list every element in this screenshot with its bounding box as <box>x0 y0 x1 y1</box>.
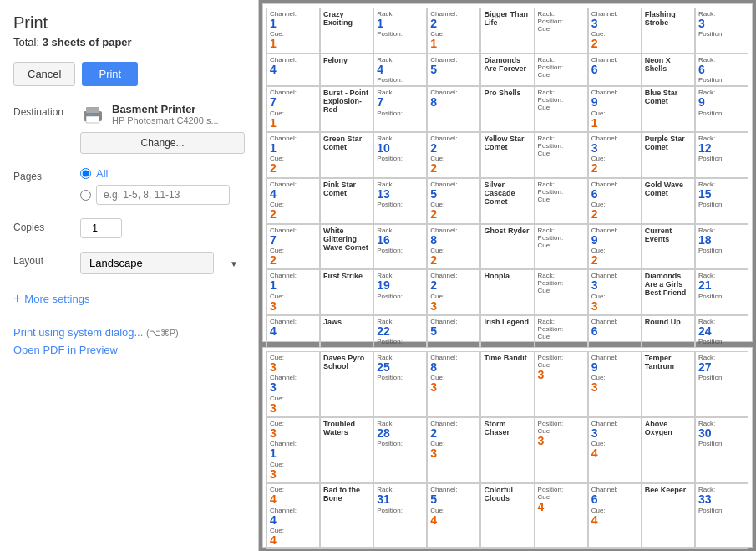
rack-cell: Rack:18Position: <box>695 224 748 270</box>
rack-cell: Rack:Position:Cue: <box>535 86 588 132</box>
name-cell: Diamonds Are a Girls Best Friend <box>642 269 695 315</box>
print-button[interactable]: Print <box>82 62 138 86</box>
rack-cell: Rack:31Position: <box>373 483 427 549</box>
name-cell: Hoopla <box>480 269 534 315</box>
page-sheet-1: Channel:1Cue:1Crazy ExcitingRack:1Positi… <box>262 3 753 342</box>
svg-rect-3 <box>89 114 91 115</box>
pages-custom-input[interactable] <box>96 185 230 205</box>
name-cell: Ghost Ryder <box>480 224 534 270</box>
ch-cue-cell: Channel:9Cue:1 <box>588 86 642 132</box>
layout-label: Layout <box>13 252 80 267</box>
destination-row: Destination Basment Printer HP Photosmar… <box>13 103 245 154</box>
name-cell: Purple Star Comet <box>642 132 695 178</box>
name-cell: Time Bandit <box>480 351 534 417</box>
name-cell: Above Oxygen <box>642 417 695 483</box>
name-cell: White Glittering Wave Comet <box>320 224 373 270</box>
layout-select[interactable]: Landscape Portrait <box>80 252 214 274</box>
copies-label: Copies <box>13 218 80 233</box>
ch-cue-cell: Channel:5 <box>427 315 480 348</box>
rack-cell: Rack:25Position: <box>373 351 427 417</box>
name-cell: Daves Pyro School <box>320 351 373 417</box>
total-value: 3 sheets of paper <box>43 36 132 48</box>
name-cell: Irish Legend <box>480 315 534 348</box>
name-cell: Colorful Clouds <box>480 483 534 549</box>
ch-cue-cell: Channel:8 <box>427 86 480 132</box>
rack-cell: Rack:19Position: <box>373 269 427 315</box>
rack-cell: Rack:1Position: <box>373 8 427 54</box>
rack-cell: Rack:30Position: <box>695 417 748 483</box>
svg-rect-2 <box>86 116 99 123</box>
rack-cell: Rack:27Position: <box>695 351 748 417</box>
ch-cue-cell: Channel:5Cue:4 <box>427 483 480 549</box>
name-cell: Storm Chaser <box>480 417 534 483</box>
rack-cell: Rack:24Position: <box>695 315 748 348</box>
ch-cue-cell: Channel:9Cue:2 <box>588 224 642 270</box>
pages-all-radio[interactable] <box>80 168 91 179</box>
system-dialog-link[interactable]: Print using system dialog... (⌥⌘P) <box>13 326 245 339</box>
ch-cue-cell: Channel:2Cue:1 <box>427 8 480 54</box>
rack-cell: Position:Cue:4 <box>535 483 588 549</box>
rack-cell: Rack:4Position: <box>373 54 427 86</box>
ch-cue-cell: Channel:6Cue:4 <box>588 483 642 549</box>
layout-select-wrap: Landscape Portrait ▼ <box>80 252 245 274</box>
copies-row: Copies <box>13 218 245 238</box>
rack-cell: Rack:Position:Cue: <box>535 178 588 224</box>
printer-name: Basment Printer <box>112 103 219 115</box>
name-cell: Flashing Strobe <box>642 8 695 54</box>
rack-cell: Rack:3Position: <box>695 8 748 54</box>
ch-cue-cell: Channel:3Cue:2 <box>588 132 642 178</box>
ch-cue-cell: Channel:1Cue:2 <box>266 132 320 178</box>
rack-cell: Rack:28Position: <box>373 417 427 483</box>
name-cell: Bigger Than Life <box>480 8 534 54</box>
pages-all-option[interactable]: All <box>80 167 245 180</box>
name-cell: Gold Wave Comet <box>642 178 695 224</box>
pages-all-label: All <box>96 167 108 180</box>
rack-cell: Rack:12Position: <box>695 132 748 178</box>
rack-cell: Rack:6Position: <box>695 54 748 86</box>
rack-cell: Rack:9Position: <box>695 86 748 132</box>
rack-cell: Position:Cue:3 <box>535 351 588 417</box>
rack-cell: Rack:10Position: <box>373 132 427 178</box>
name-cell: Troubled Waters <box>320 417 373 483</box>
name-cell: Burst - Point Explosion-Red <box>320 86 373 132</box>
change-button[interactable]: Change... <box>80 132 245 154</box>
name-cell: Bee Keeper <box>642 483 695 549</box>
name-cell: Diamonds Are Forever <box>480 54 534 86</box>
total-label: Total: <box>13 36 39 48</box>
rack-cell: Rack:16Position: <box>373 224 427 270</box>
ch-cue-cell: Channel:8Cue:2 <box>427 224 480 270</box>
rack-cell: Rack:Position:Cue: <box>535 132 588 178</box>
rack-cell: Rack:21Position: <box>695 269 748 315</box>
ch-cue-cell: Cue:3Channel:1Cue:3 <box>266 417 320 483</box>
left-panel: Print Total: 3 sheets of paper Cancel Pr… <box>0 0 259 551</box>
ch-cue-cell: Channel:6 <box>588 315 642 348</box>
ch-cue-cell: Channel:1Cue:1 <box>266 8 320 54</box>
ch-cue-cell: Channel:7Cue:1 <box>266 86 320 132</box>
open-pdf-link[interactable]: Open PDF in Preview <box>13 344 245 356</box>
more-settings-label: More settings <box>24 293 89 305</box>
more-settings-button[interactable]: + More settings <box>13 291 245 306</box>
name-cell: Temper Tantrum <box>642 351 695 417</box>
printer-icon <box>80 104 105 125</box>
ch-cue-cell: Channel:7Cue:2 <box>266 224 320 270</box>
pages-custom-radio[interactable] <box>80 190 91 201</box>
ch-cue-cell: Channel:6Cue:2 <box>588 178 642 224</box>
ch-cue-cell: Channel:4 <box>266 54 320 86</box>
app-title: Print <box>13 13 245 33</box>
cancel-button[interactable]: Cancel <box>13 62 75 86</box>
ch-cue-cell: Cue:3Channel:3Cue:3 <box>266 351 320 417</box>
name-cell: First Strike <box>320 269 373 315</box>
copies-input[interactable] <box>80 218 122 238</box>
layout-row: Layout Landscape Portrait ▼ <box>13 252 245 274</box>
name-cell: Silver Cascade Comet <box>480 178 534 224</box>
pages-label: Pages <box>13 167 80 182</box>
copies-content <box>80 218 245 238</box>
name-cell: Green Star Comet <box>320 132 373 178</box>
pages-custom-option[interactable] <box>80 185 245 205</box>
rack-cell: Rack:33Position: <box>695 483 748 549</box>
rack-cell: Rack:Position:Cue: <box>535 269 588 315</box>
pages-content: All <box>80 167 245 205</box>
destination-label: Destination <box>13 103 80 118</box>
layout-content: Landscape Portrait ▼ <box>80 252 245 274</box>
rack-cell: Position:Cue:3 <box>535 417 588 483</box>
